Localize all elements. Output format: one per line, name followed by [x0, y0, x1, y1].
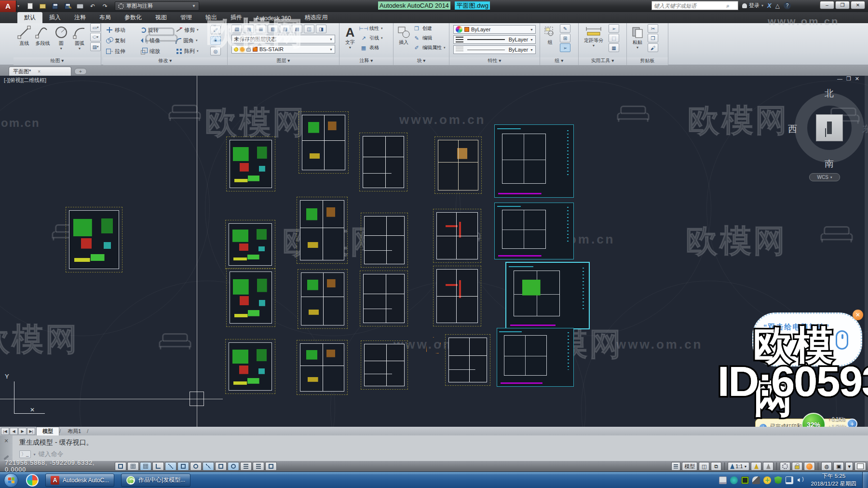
- toggle-infer[interactable]: [115, 462, 126, 471]
- status-menu-caret[interactable]: ▾: [845, 462, 853, 471]
- array-button[interactable]: 阵列 ▾: [176, 47, 210, 55]
- compass-north[interactable]: 北: [825, 87, 834, 100]
- hardware-accel-button[interactable]: ▣: [833, 462, 844, 471]
- linetype-dropdown[interactable]: ByLayer▼: [453, 45, 536, 54]
- edit-block-button[interactable]: ✎编辑: [413, 34, 446, 42]
- layer-dropdown[interactable]: BS-STAIR ▼: [231, 45, 335, 54]
- panel-label-block[interactable]: 块 ▾: [393, 57, 449, 65]
- paste-button[interactable]: 粘贴▼: [629, 24, 646, 52]
- floor-plan-drawing[interactable]: [438, 140, 478, 190]
- exchange-apps-icon[interactable]: X: [767, 2, 772, 9]
- toggle-otrack[interactable]: [203, 462, 214, 471]
- search-icon[interactable]: ⌕: [726, 2, 730, 9]
- layout-nav-button[interactable]: ◀: [10, 428, 18, 435]
- line-button[interactable]: 直线: [15, 23, 33, 51]
- tab-model[interactable]: 模型: [36, 427, 59, 435]
- floor-plan-drawing[interactable]: [505, 262, 590, 329]
- insert-block-button[interactable]: 插入: [395, 24, 412, 52]
- rectangle-button[interactable]: ▭ ▾: [90, 23, 101, 32]
- floor-plan-drawing[interactable]: [364, 216, 405, 264]
- save-button[interactable]: [50, 2, 60, 11]
- stretch-button[interactable]: 拉伸: [106, 47, 141, 55]
- plot-button[interactable]: [75, 2, 85, 11]
- ribbon-tab-默认[interactable]: 默认: [17, 12, 42, 23]
- open-file-button[interactable]: [38, 2, 47, 11]
- quick-view-layouts-button[interactable]: ◫: [699, 462, 709, 471]
- layer-properties-button[interactable]: ▤: [231, 25, 242, 33]
- panel-label-modify[interactable]: 修改 ▾: [103, 57, 227, 65]
- floor-plan-drawing[interactable]: [436, 212, 478, 259]
- move-button[interactable]: 移动: [106, 26, 141, 34]
- layout-nav-button[interactable]: ▶|: [27, 428, 35, 435]
- table-button[interactable]: ▦表格: [360, 43, 383, 52]
- fillet-button[interactable]: 圆角 ▾: [176, 36, 210, 45]
- arc-button[interactable]: 圆弧▼: [71, 23, 88, 51]
- tray-shield-icon[interactable]: [774, 476, 782, 484]
- layer-state-button[interactable]: ◨: [316, 25, 326, 33]
- cut-button[interactable]: ✂: [648, 24, 658, 33]
- layer-match-button[interactable]: ▩: [292, 25, 302, 33]
- object-color-dropdown[interactable]: ByLayer▼: [453, 25, 536, 34]
- edit-attrs-button[interactable]: ✐编辑属性 ▾: [413, 43, 446, 52]
- floor-plan-drawing[interactable]: [229, 223, 272, 266]
- toggle-polar[interactable]: [165, 462, 176, 471]
- leader-button[interactable]: ↗引线 ▾: [360, 34, 383, 42]
- polyline-button[interactable]: 多段线: [34, 23, 51, 51]
- new-drawing-tab-button[interactable]: +: [74, 68, 87, 75]
- hatch-button[interactable]: ▨ ▾: [90, 42, 101, 51]
- toggle-snap[interactable]: [127, 462, 139, 471]
- tray-nvidia-icon[interactable]: [741, 476, 749, 484]
- copy-clip-button[interactable]: ❐: [648, 34, 658, 42]
- ribbon-tab-输出[interactable]: 输出: [199, 12, 224, 23]
- layer-prev-button[interactable]: ◫: [304, 25, 314, 33]
- lineweight-dropdown[interactable]: ByLayer▼: [453, 35, 536, 44]
- taskbar-browser-button[interactable]: 作品中心|发模型...: [121, 474, 190, 487]
- tab-layout1[interactable]: 布局1: [62, 427, 87, 435]
- cloud-popup-close-button[interactable]: ✕: [853, 310, 863, 320]
- copy-button[interactable]: 复制: [106, 36, 141, 45]
- layer-off-button[interactable]: ▥: [244, 25, 254, 33]
- floor-plan-drawing[interactable]: [364, 344, 405, 386]
- drawing-minimize-button[interactable]: —: [837, 76, 842, 82]
- command-line-grip[interactable]: ✕: [0, 435, 13, 461]
- floor-plan-drawing[interactable]: [494, 124, 574, 198]
- ribbon-tab-布局[interactable]: 布局: [93, 12, 118, 23]
- floor-plan-drawing[interactable]: [448, 338, 487, 382]
- toggle-tpy[interactable]: [253, 462, 264, 471]
- floor-plan-drawing[interactable]: [300, 200, 344, 260]
- viewcube[interactable]: 北 西 南 东: [791, 89, 868, 171]
- autodesk360-icon[interactable]: △: [775, 2, 780, 9]
- isolate-objects-button[interactable]: ◍: [821, 462, 832, 471]
- taskbar-app-pinwheel-icon[interactable]: [26, 474, 39, 487]
- ribbon-tab-参数化[interactable]: 参数化: [118, 12, 149, 23]
- quick-view-drawings-button[interactable]: ⧉: [711, 462, 721, 471]
- ribbon-tab-插入[interactable]: 插入: [42, 12, 68, 23]
- ribbon-tab-精选应用[interactable]: 精选应用: [298, 12, 334, 23]
- tray-net-icon[interactable]: [786, 476, 793, 484]
- taskbar-autocad-button[interactable]: A Autodesk AutoC...: [45, 474, 114, 487]
- show-desktop-button[interactable]: [862, 472, 868, 488]
- drawing-restore-button[interactable]: ❒: [846, 76, 851, 82]
- command-close-icon[interactable]: ✕: [4, 438, 8, 444]
- trim-button[interactable]: 修剪 ▾: [176, 26, 210, 34]
- quick-select-button[interactable]: ➢: [609, 24, 619, 33]
- compass-west[interactable]: 西: [788, 123, 797, 136]
- tray-volteal-icon[interactable]: [730, 476, 738, 484]
- taskbar-clock[interactable]: 下午 5:25 2018/11/22 星期四: [811, 473, 856, 488]
- clean-screen-button[interactable]: [854, 462, 866, 471]
- toggle-osnap[interactable]: [177, 462, 189, 471]
- panel-label-clipboard[interactable]: 剪贴板: [627, 57, 668, 65]
- floor-plan-drawing[interactable]: [300, 343, 344, 392]
- circle-button[interactable]: 圆▼: [53, 23, 70, 51]
- tray-vol-icon[interactable]: [797, 476, 804, 484]
- compass-east[interactable]: 东: [862, 123, 868, 136]
- floor-plan-drawing[interactable]: [436, 269, 478, 323]
- tray-plus-icon[interactable]: [763, 476, 771, 484]
- search-box[interactable]: ⌕: [651, 1, 738, 10]
- command-line-palette[interactable]: ✕ 重生成模型 - 缓存视口。 〉_ ▾ 键入命令 欧模网 www.om.cn: [0, 435, 868, 461]
- explode-button[interactable]: ✶: [210, 36, 221, 45]
- annotation-autoscale-button[interactable]: [763, 462, 773, 471]
- ribbon-tab-Autodesk 360[interactable]: Autodesk 360: [249, 14, 298, 23]
- tray-util-icon[interactable]: [752, 476, 760, 484]
- offset-button[interactable]: ◎: [210, 47, 221, 55]
